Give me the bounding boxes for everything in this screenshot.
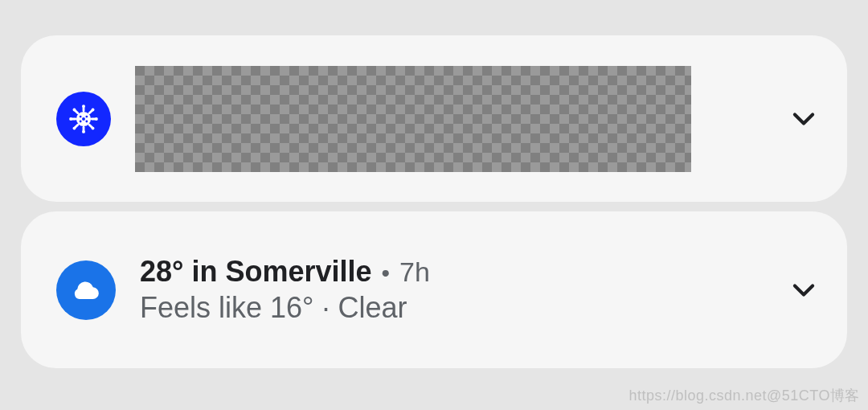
weather-separator: • <box>382 260 391 288</box>
expand-button-weather[interactable] <box>784 271 823 310</box>
svg-point-21 <box>92 108 95 111</box>
watermark: https://blog.csdn.net@51CTO博客 <box>628 386 860 405</box>
chevron-down-icon <box>788 104 819 134</box>
weather-title: 28° in Somerville <box>140 255 372 288</box>
svg-point-20 <box>73 126 76 129</box>
cloud-icon <box>56 260 116 320</box>
weather-age: 7h <box>399 256 430 288</box>
svg-point-19 <box>92 126 95 129</box>
chevron-down-icon <box>788 275 819 305</box>
svg-point-15 <box>82 130 85 133</box>
weather-title-row: 28° in Somerville • 7h <box>140 255 784 288</box>
svg-point-4 <box>80 120 82 122</box>
svg-point-5 <box>85 120 88 122</box>
weather-text: 28° in Somerville • 7h Feels like 16° · … <box>140 255 784 325</box>
svg-point-16 <box>69 117 72 121</box>
weather-subtitle: Feels like 16° · Clear <box>140 291 784 325</box>
virus-icon <box>56 92 111 146</box>
svg-point-2 <box>80 115 82 117</box>
redacted-content <box>135 66 691 172</box>
svg-point-18 <box>73 108 76 111</box>
expand-button-covid[interactable] <box>784 100 823 138</box>
svg-point-3 <box>85 115 88 117</box>
card-covid[interactable] <box>21 35 847 202</box>
card-weather[interactable]: 28° in Somerville • 7h Feels like 16° · … <box>21 211 847 368</box>
svg-point-14 <box>82 105 85 108</box>
notification-list: 28° in Somerville • 7h Feels like 16° · … <box>0 0 868 368</box>
svg-point-1 <box>82 117 85 121</box>
svg-point-17 <box>95 117 98 121</box>
